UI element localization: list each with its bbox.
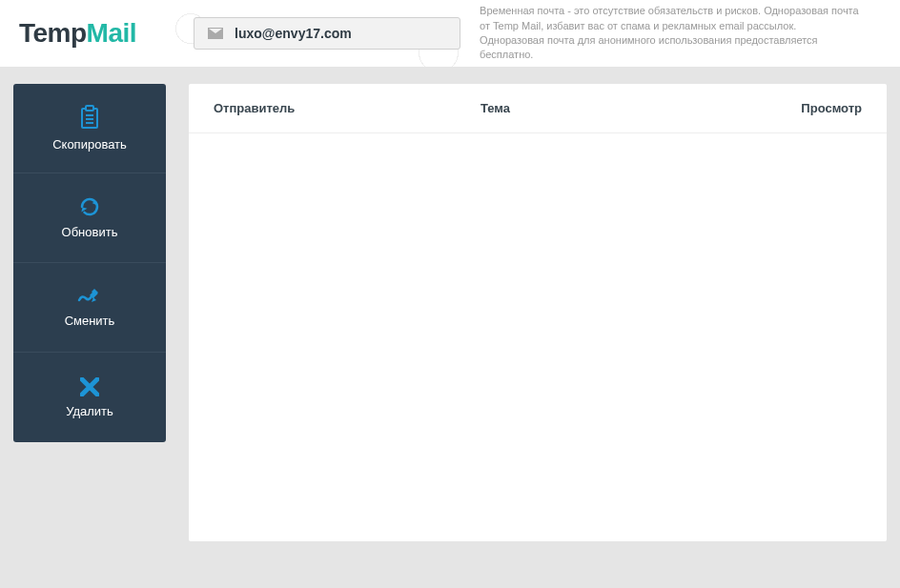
column-sender: Отправитель	[214, 101, 481, 115]
column-view: Просмотр	[776, 101, 862, 115]
logo-mail: Mail	[87, 18, 136, 48]
email-address-box[interactable]: luxo@envy17.com	[194, 17, 460, 50]
envelope-icon	[208, 28, 223, 39]
clipboard-icon	[78, 105, 101, 130]
refresh-label: Обновить	[62, 225, 118, 239]
description-text: Временная почта - это отсутствие обязате…	[480, 4, 861, 63]
refresh-button[interactable]: Обновить	[13, 173, 166, 263]
sidebar: Скопировать Обновить Сменить	[13, 84, 166, 541]
svg-rect-1	[86, 106, 93, 111]
delete-button[interactable]: Удалить	[13, 353, 166, 442]
delete-label: Удалить	[66, 404, 113, 418]
logo[interactable]: TempMail	[19, 18, 136, 49]
change-label: Сменить	[65, 314, 115, 328]
logo-temp: Temp	[19, 18, 87, 48]
edit-icon	[77, 287, 102, 306]
header: TempMail luxo@envy17.com Временная почта…	[0, 0, 900, 67]
column-subject: Тема	[481, 101, 776, 115]
mail-panel: Отправитель Тема Просмотр	[189, 84, 887, 541]
refresh-icon	[79, 196, 100, 217]
mail-table-header: Отправитель Тема Просмотр	[189, 84, 887, 133]
content-area: Скопировать Обновить Сменить	[0, 67, 900, 558]
delete-icon	[80, 377, 99, 396]
change-button[interactable]: Сменить	[13, 263, 166, 353]
copy-label: Скопировать	[52, 137, 127, 152]
email-address-text: luxo@envy17.com	[235, 26, 352, 41]
copy-button[interactable]: Скопировать	[13, 84, 166, 173]
